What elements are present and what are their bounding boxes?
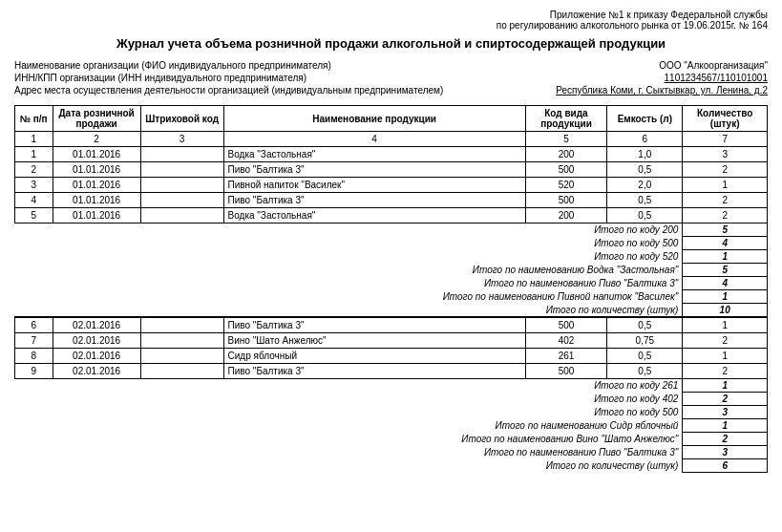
cell-code: 520 — [525, 178, 607, 193]
table-row: 7 02.01.2016 Вино "Шато Анжелюс" 402 0,7… — [15, 333, 768, 349]
subtotal-row: Итого по количеству (штук) 6 — [15, 459, 768, 473]
cell-qty: 2 — [683, 193, 768, 208]
cell-barcode — [140, 208, 223, 223]
col-num-6: 6 — [607, 132, 683, 147]
subtotal-value: 10 — [683, 304, 768, 318]
main-title: Журнал учета объема розничной продажи ал… — [14, 36, 768, 51]
cell-date: 02.01.2016 — [53, 333, 140, 349]
cell-qty: 1 — [683, 317, 768, 333]
subtotal-label: Итого по наименованию Водка "Застольная" — [15, 264, 683, 277]
cell-name: Сидр яблочный — [223, 349, 525, 364]
subtotal-row: Итого по коду 261 1 — [15, 379, 768, 393]
cell-num: 1 — [15, 147, 53, 162]
cell-date: 02.01.2016 — [53, 349, 140, 364]
org-name-value: ООО "Алкоорганизация" — [659, 60, 768, 71]
cell-date: 01.01.2016 — [53, 162, 140, 178]
cell-date: 02.01.2016 — [53, 317, 140, 333]
subtotal-label: Итого по количеству (штук) — [15, 304, 683, 318]
subtotal-row: Итого по наименованию Пиво "Балтика 3" 3 — [15, 446, 768, 459]
cell-code: 500 — [525, 193, 607, 208]
header-right: Приложение №1 к приказу Федеральной служ… — [14, 10, 768, 31]
cell-volume: 0,5 — [607, 349, 683, 364]
cell-barcode — [140, 333, 223, 349]
cell-qty: 2 — [683, 333, 768, 349]
col-num-5: 5 — [525, 132, 607, 147]
subtotal-label: Итого по коду 500 — [15, 237, 683, 250]
subtotal-row: Итого по количеству (штук) 10 — [15, 304, 768, 318]
org-address-value: Республика Коми, г. Сыктывкар, ул. Ленин… — [556, 85, 768, 96]
cell-volume: 0,5 — [607, 193, 683, 208]
cell-date: 01.01.2016 — [53, 147, 140, 162]
subtotal-label: Итого по коду 261 — [15, 379, 683, 393]
cell-date: 01.01.2016 — [53, 208, 140, 223]
cell-qty: 2 — [683, 364, 768, 379]
cell-volume: 1,0 — [607, 147, 683, 162]
subtotal-value: 2 — [683, 433, 768, 446]
subtotal-value: 4 — [683, 277, 768, 290]
cell-code: 200 — [525, 208, 607, 223]
table-row: 5 01.01.2016 Водка "Застольная" 200 0,5 … — [15, 208, 768, 223]
subtotal-value: 5 — [683, 264, 768, 277]
cell-name: Пиво "Балтика 3" — [223, 162, 525, 178]
subtotal-row: Итого по коду 500 4 — [15, 237, 768, 250]
col-header-6: Емкость (л) — [607, 106, 683, 132]
subtotal-label: Итого по количеству (штук) — [15, 459, 683, 473]
subtotal-value: 3 — [683, 406, 768, 419]
subtotal-label: Итого по наименованию Вино "Шато Анжелюс… — [15, 433, 683, 446]
subtotal-label: Итого по наименованию Пивной напиток "Ва… — [15, 290, 683, 304]
cell-code: 261 — [525, 349, 607, 364]
subtotal-row: Итого по наименованию Пиво "Балтика 3" 4 — [15, 277, 768, 290]
main-table: № п/п Дата розничной продажи Штриховой к… — [14, 105, 768, 473]
cell-barcode — [140, 178, 223, 193]
subtotal-label: Итого по наименованию Пиво "Балтика 3" — [15, 446, 683, 459]
cell-barcode — [140, 349, 223, 364]
subtotal-row: Итого по коду 500 3 — [15, 406, 768, 419]
subtotal-value: 5 — [683, 223, 768, 237]
cell-num: 2 — [15, 162, 53, 178]
cell-name: Пиво "Балтика 3" — [223, 364, 525, 379]
cell-name: Водка "Застольная" — [223, 208, 525, 223]
subtotal-label: Итого по наименованию Пиво "Балтика 3" — [15, 277, 683, 290]
cell-qty: 1 — [683, 349, 768, 364]
cell-name: Водка "Застольная" — [223, 147, 525, 162]
col-header-2: Дата розничной продажи — [53, 106, 140, 132]
table-row: 6 02.01.2016 Пиво "Балтика 3" 500 0,5 1 — [15, 317, 768, 333]
cell-code: 500 — [525, 162, 607, 178]
cell-date: 01.01.2016 — [53, 178, 140, 193]
col-num-4: 4 — [223, 132, 525, 147]
cell-name: Пиво "Балтика 3" — [223, 193, 525, 208]
cell-volume: 0,5 — [607, 317, 683, 333]
cell-volume: 0,5 — [607, 364, 683, 379]
cell-date: 01.01.2016 — [53, 193, 140, 208]
subtotal-value: 1 — [683, 379, 768, 393]
cell-num: 5 — [15, 208, 53, 223]
subtotal-row: Итого по наименованию Пивной напиток "Ва… — [15, 290, 768, 304]
subtotal-label: Итого по коду 200 — [15, 223, 683, 237]
cell-code: 500 — [525, 317, 607, 333]
subtotal-value: 3 — [683, 446, 768, 459]
header-line2: по регулированию алкогольного рынка от 1… — [14, 20, 768, 31]
cell-num: 9 — [15, 364, 53, 379]
cell-code: 200 — [525, 147, 607, 162]
cell-volume: 0,5 — [607, 162, 683, 178]
col-header-5: Код вида продукции — [525, 106, 607, 132]
col-num-7: 7 — [683, 132, 768, 147]
subtotal-row: Итого по коду 200 5 — [15, 223, 768, 237]
table-row: 3 01.01.2016 Пивной напиток "Василек" 52… — [15, 178, 768, 193]
subtotal-label: Итого по наименованию Сидр яблочный — [15, 419, 683, 433]
org-name-label: Наименование организации (ФИО индивидуал… — [14, 60, 331, 71]
cell-volume: 0,5 — [607, 208, 683, 223]
table-row: 4 01.01.2016 Пиво "Балтика 3" 500 0,5 2 — [15, 193, 768, 208]
cell-barcode — [140, 364, 223, 379]
col-num-2: 2 — [53, 132, 140, 147]
col-num-1: 1 — [15, 132, 53, 147]
cell-name: Пиво "Балтика 3" — [223, 317, 525, 333]
table-row: 8 02.01.2016 Сидр яблочный 261 0,5 1 — [15, 349, 768, 364]
cell-code: 500 — [525, 364, 607, 379]
org-address-label: Адрес места осуществления деятельности о… — [14, 85, 443, 96]
subtotal-row: Итого по наименованию Сидр яблочный 1 — [15, 419, 768, 433]
subtotal-row: Итого по коду 402 2 — [15, 393, 768, 406]
subtotal-value: 1 — [683, 250, 768, 264]
org-info-block: Наименование организации (ФИО индивидуал… — [14, 60, 768, 96]
cell-name: Пивной напиток "Василек" — [223, 178, 525, 193]
